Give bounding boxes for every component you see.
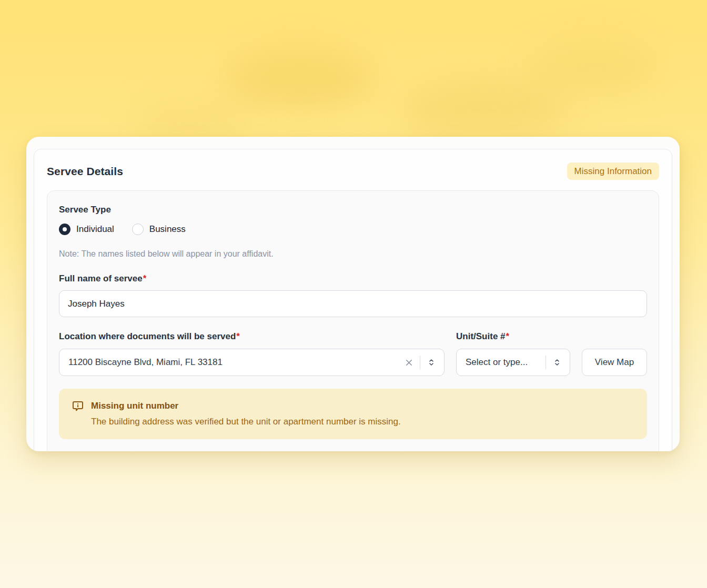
- select-divider: [546, 356, 546, 369]
- location-label: Location where documents will be served*: [59, 331, 445, 342]
- unit-suite-label: Unit/Suite #*: [456, 331, 570, 342]
- servee-details-card: Servee Details Missing Information Serve…: [34, 149, 672, 451]
- location-select-value: 11200 Biscayne Blvd, Miami, FL 33181: [68, 357, 402, 368]
- missing-unit-warning: Missing unit number The building address…: [59, 389, 647, 439]
- required-asterisk: *: [236, 331, 240, 341]
- radio-label: Individual: [76, 222, 114, 236]
- unit-suite-select[interactable]: Select or type...: [456, 349, 570, 376]
- unit-suite-select-placeholder: Select or type...: [466, 357, 541, 368]
- radio-option-business[interactable]: Business: [132, 222, 186, 236]
- chevron-up-down-icon[interactable]: [425, 356, 438, 369]
- warning-message: The building address was verified but th…: [91, 417, 401, 427]
- location-select[interactable]: 11200 Biscayne Blvd, Miami, FL 33181: [59, 349, 445, 376]
- servee-type-label: Servee Type: [59, 205, 647, 215]
- background-blur-blob: [531, 42, 658, 95]
- radio-unselected-icon[interactable]: [132, 224, 144, 235]
- chevron-up-down-icon[interactable]: [551, 356, 563, 369]
- radio-selected-icon[interactable]: [59, 224, 70, 235]
- location-unit-row: Location where documents will be served*…: [59, 331, 647, 376]
- page-background: Servee Details Missing Information Serve…: [0, 0, 707, 588]
- clear-icon[interactable]: [402, 356, 415, 369]
- radio-option-individual[interactable]: Individual: [59, 222, 114, 236]
- full-name-input[interactable]: [59, 290, 647, 317]
- message-alert-icon: [72, 400, 84, 415]
- radio-label: Business: [149, 222, 186, 236]
- warning-title: Missing unit number: [91, 401, 401, 411]
- affidavit-note: Note: The names listed below will appear…: [59, 249, 647, 259]
- background-blur-blob: [400, 79, 568, 142]
- warning-text-block: Missing unit number The building address…: [91, 401, 401, 427]
- servee-type-radio-group: Individual Business: [59, 222, 647, 236]
- missing-information-badge: Missing Information: [567, 163, 659, 180]
- background-blur-blob: [226, 50, 373, 108]
- card-header: Servee Details Missing Information: [34, 149, 672, 180]
- page-title: Servee Details: [47, 165, 123, 178]
- required-asterisk: *: [506, 331, 510, 341]
- servee-details-panel: Servee Details Missing Information Serve…: [26, 137, 680, 451]
- select-divider: [420, 356, 420, 369]
- servee-form-section: Servee Type Individual Business Note: Th…: [47, 190, 659, 451]
- view-map-button[interactable]: View Map: [582, 349, 647, 376]
- full-name-label: Full name of servee*: [59, 273, 647, 284]
- required-asterisk: *: [143, 273, 147, 283]
